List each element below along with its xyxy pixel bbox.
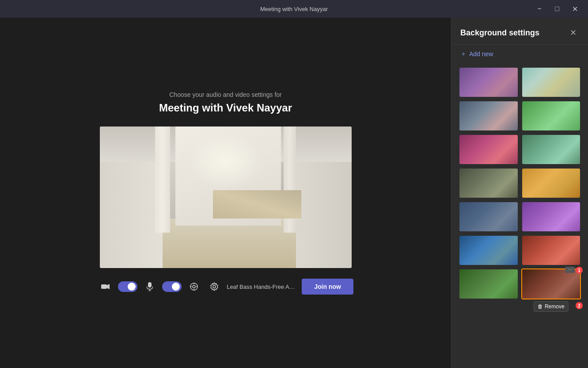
main-layout: Choose your audio and video settings for… (0, 18, 588, 368)
bg-thumb-1 (459, 68, 518, 97)
bg-thumb-5 (459, 135, 518, 164)
svg-point-11 (213, 285, 216, 288)
bg-thumb-8 (522, 169, 580, 198)
meeting-subtitle: Choose your audio and video settings for (169, 91, 282, 98)
join-now-button[interactable]: Join now (302, 279, 353, 295)
add-new-label: Add new (469, 50, 493, 58)
background-item-10[interactable] (521, 201, 581, 232)
bg-thumb-12 (522, 236, 580, 265)
panel-header: Background settings ✕ (451, 18, 588, 45)
arch-stair (213, 190, 301, 218)
trash-icon: 🗑 (538, 303, 543, 310)
mic-button[interactable] (142, 279, 158, 295)
background-item-6[interactable] (521, 134, 581, 165)
video-preview (100, 126, 352, 268)
arch-light (188, 134, 263, 190)
remove-label: Remove (545, 303, 565, 310)
minimize-button[interactable]: − (533, 3, 546, 15)
bg-thumb-10 (522, 202, 580, 231)
bg-thumb-3 (459, 101, 518, 130)
titlebar: Meeting with Vivek Nayyar − □ ✕ (0, 0, 588, 18)
controls-bar: Leaf Bass Hands-Free AG Au... Join now (94, 279, 357, 295)
background-item-13[interactable] (459, 268, 519, 299)
background-settings-panel: Background settings ✕ ＋ Add new (451, 18, 588, 368)
panel-title: Background settings (460, 28, 539, 38)
main-area: Choose your audio and video settings for… (0, 18, 451, 368)
video-toggle-knob (128, 283, 136, 291)
audio-device-label: Leaf Bass Hands-Free AG Au... (227, 284, 297, 290)
badge-1: 1 (576, 267, 583, 274)
svg-rect-0 (101, 284, 107, 289)
bg-thumb-13 (459, 269, 518, 299)
bg-thumb-11 (459, 236, 518, 265)
bg-thumb-7 (459, 169, 518, 198)
meeting-title: Meeting with Vivek Nayyar (159, 102, 292, 114)
background-item-14-selected[interactable]: 1 ⋯ 🗑 Remove 2 (521, 268, 581, 299)
background-item-3[interactable] (459, 100, 519, 131)
badge-2: 2 (576, 302, 583, 309)
background-item-5[interactable] (459, 134, 519, 165)
panel-close-button[interactable]: ✕ (567, 27, 579, 39)
more-options-icon: ⋯ (565, 267, 575, 273)
bg-thumb-4 (522, 101, 580, 130)
plus-icon: ＋ (460, 50, 467, 58)
bg-thumb-9 (459, 202, 518, 231)
svg-rect-2 (148, 282, 152, 288)
bg-thumb-6 (522, 135, 580, 164)
effects-button[interactable] (186, 279, 202, 295)
remove-tooltip[interactable]: 🗑 Remove (534, 301, 569, 312)
svg-marker-1 (107, 284, 110, 289)
maximize-button[interactable]: □ (551, 3, 563, 15)
video-background (100, 126, 352, 268)
effects-icon (190, 282, 198, 291)
bg-thumb-14 (522, 269, 580, 299)
background-item-7[interactable] (459, 168, 519, 199)
titlebar-title: Meeting with Vivek Nayyar (260, 6, 328, 12)
audio-toggle[interactable] (162, 281, 182, 292)
gear-icon (210, 282, 219, 291)
background-item-4[interactable] (521, 100, 581, 131)
close-button[interactable]: ✕ (569, 3, 581, 15)
background-item-1[interactable] (459, 67, 519, 98)
bg-thumb-2 (522, 68, 580, 97)
titlebar-controls: − □ ✕ (533, 3, 581, 15)
arch-column-left (155, 126, 170, 233)
video-toggle[interactable] (118, 281, 137, 292)
background-item-2[interactable] (521, 67, 581, 98)
background-grid: 1 ⋯ 🗑 Remove 2 (451, 63, 588, 368)
background-item-12[interactable] (521, 235, 581, 266)
camera-button[interactable] (98, 279, 114, 295)
camera-icon (101, 283, 110, 290)
audio-toggle-knob (172, 283, 180, 291)
mic-icon (147, 282, 153, 291)
add-new-button[interactable]: ＋ Add new (451, 45, 588, 63)
background-item-11[interactable] (459, 235, 519, 266)
background-item-9[interactable] (459, 201, 519, 232)
settings-button[interactable] (206, 279, 222, 295)
svg-point-6 (193, 285, 195, 288)
background-item-8[interactable] (521, 168, 581, 199)
